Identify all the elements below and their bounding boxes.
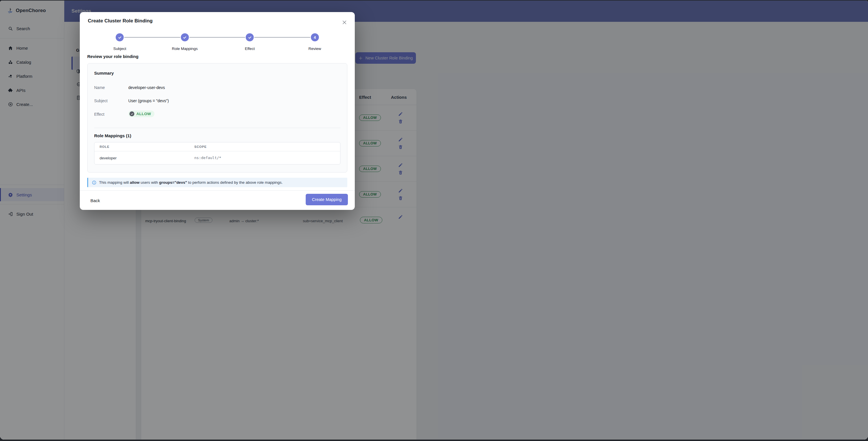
effect-allow-badge: ALLOW xyxy=(128,111,154,117)
divider xyxy=(94,128,340,128)
back-button[interactable]: Back xyxy=(90,198,100,203)
summary-card: Summary Name developer-user-devs Subject… xyxy=(87,63,347,173)
step-label: Role Mappings xyxy=(152,47,218,51)
effect-value: ALLOW xyxy=(136,112,151,116)
info-banner: This mapping will allow users with group… xyxy=(87,178,347,187)
step-number: 4 xyxy=(314,35,316,40)
step-label: Subject xyxy=(87,47,152,51)
step-role-mappings: Role Mappings xyxy=(152,33,218,51)
subject-label: Subject xyxy=(94,98,107,103)
modal-footer: Back Create Mapping xyxy=(80,190,355,210)
role-mappings-heading: Role Mappings (1) xyxy=(94,133,131,138)
step-number-badge: 4 xyxy=(311,33,319,41)
subject-value: User (groups = "devs") xyxy=(128,98,169,103)
wizard-stepper: Subject Role Mappings Effect 4 Review xyxy=(87,33,347,55)
modal-title: Create Cluster Role Binding xyxy=(88,18,153,24)
step-check-icon xyxy=(246,33,254,41)
role-mappings-table-header: ROLE SCOPE xyxy=(94,142,340,151)
info-icon xyxy=(92,180,96,185)
step-effect: Effect xyxy=(217,33,282,51)
step-label: Review xyxy=(282,47,348,51)
info-banner-text: This mapping will allow users with group… xyxy=(99,180,283,185)
create-mapping-button[interactable]: Create Mapping xyxy=(306,194,348,205)
role-mappings-table: ROLE SCOPE developer ns:default/* xyxy=(94,142,340,165)
step-check-icon xyxy=(116,33,124,41)
name-label: Name xyxy=(94,85,105,90)
step-check-icon xyxy=(181,33,189,41)
column-header-scope: SCOPE xyxy=(194,145,207,148)
role-cell: developer xyxy=(100,156,117,160)
effect-label: Effect xyxy=(94,112,104,117)
scope-cell: ns:default/* xyxy=(194,156,221,160)
name-value: developer-user-devs xyxy=(128,85,165,90)
check-circle-icon xyxy=(129,111,134,116)
close-icon[interactable] xyxy=(342,20,347,25)
step-label: Effect xyxy=(217,47,282,51)
create-cluster-role-binding-modal: Create Cluster Role Binding Subject Role… xyxy=(80,12,355,210)
column-header-role: ROLE xyxy=(100,145,110,148)
summary-heading: Summary xyxy=(94,70,114,76)
app-window: OpenChoreo Search Home Catalog Pla xyxy=(0,1,434,220)
step-review-current: 4 Review xyxy=(282,33,348,51)
step-subject: Subject xyxy=(87,33,152,51)
review-heading: Review your role binding xyxy=(87,54,138,59)
